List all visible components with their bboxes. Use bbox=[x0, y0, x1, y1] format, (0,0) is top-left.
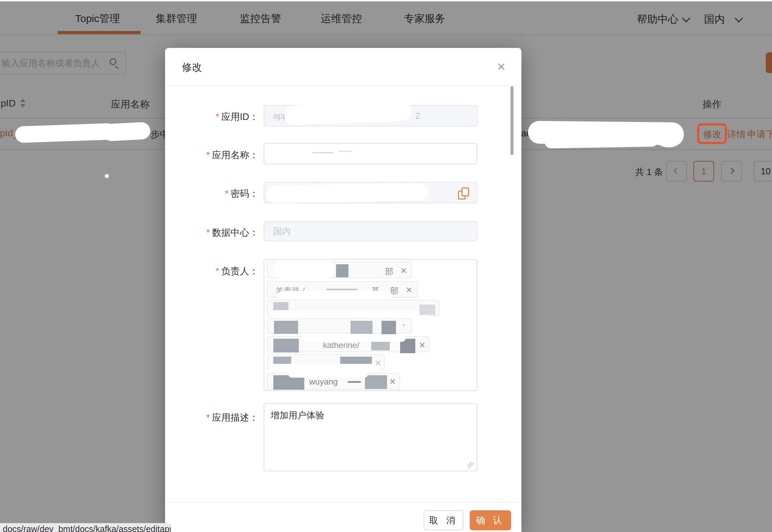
copy-icon[interactable] bbox=[458, 187, 470, 200]
field-label-data-center: *数据中心： bbox=[172, 226, 258, 239]
redaction-scribble bbox=[102, 122, 151, 141]
app-id-input[interactable]: app 2 bbox=[264, 105, 477, 126]
required-star: * bbox=[215, 266, 219, 276]
screen: Topic管理 集群管理 监控告警 运维管控 专家服务 帮助中心 国内 pID … bbox=[0, 0, 772, 532]
required-star: * bbox=[206, 412, 210, 423]
top-white-strip bbox=[0, 0, 772, 1]
field-label-description: *应用描述： bbox=[172, 411, 258, 424]
owner-tag: 部 ✕ bbox=[267, 262, 412, 278]
data-center-input[interactable]: 国内 bbox=[264, 221, 477, 241]
required-star: * bbox=[215, 112, 219, 122]
app-name-input[interactable] bbox=[264, 143, 477, 164]
owner-tag-text: ✕ bbox=[375, 358, 382, 368]
owner-tag: katherine/ ✕ bbox=[267, 336, 430, 352]
redaction-blob bbox=[273, 261, 335, 278]
tag-remove-icon[interactable]: ✕ bbox=[419, 340, 426, 350]
field-label-owner: *负责人： bbox=[172, 265, 258, 277]
data-center-value: 国内 bbox=[273, 225, 291, 237]
redaction-block bbox=[348, 381, 361, 383]
textarea-resize-handle[interactable] bbox=[468, 462, 474, 468]
field-label-app-name: *应用名称： bbox=[172, 149, 258, 161]
redaction-blob bbox=[278, 291, 392, 300]
redaction-scribble bbox=[15, 123, 116, 143]
redaction-block bbox=[326, 289, 357, 290]
edit-app-dialog: 修改 ✕ *应用ID： app 2 *应用名称： *密码： bbox=[165, 48, 521, 532]
field-label-app-id: *应用ID： bbox=[172, 111, 258, 123]
owner-tag-text: wuyang bbox=[309, 377, 338, 387]
redaction-blob bbox=[288, 371, 368, 378]
owner-tag-text: ' bbox=[403, 323, 405, 332]
redaction-block bbox=[274, 321, 298, 334]
dialog-footer-divider bbox=[165, 502, 521, 503]
owner-tag-text: katherine/ bbox=[323, 340, 359, 350]
redaction-blob bbox=[302, 334, 406, 342]
redaction-block bbox=[365, 375, 387, 389]
owner-tag: ' bbox=[267, 318, 412, 334]
redaction-blob bbox=[271, 310, 430, 318]
redaction-block bbox=[336, 264, 348, 277]
required-star: * bbox=[206, 227, 210, 238]
tag-remove-icon[interactable]: ✕ bbox=[400, 266, 407, 276]
redaction-block bbox=[351, 321, 373, 334]
owner-tag: ✕ bbox=[267, 354, 385, 370]
password-input[interactable] bbox=[264, 182, 477, 203]
redaction-scribble bbox=[653, 123, 684, 147]
owner-tag: wuyang ✕ bbox=[267, 373, 400, 389]
redaction-scribble bbox=[545, 133, 659, 149]
owner-tag-text: 部 bbox=[385, 266, 393, 277]
redaction-smudge bbox=[338, 151, 352, 152]
modal-scrollbar-thumb[interactable] bbox=[510, 86, 514, 155]
redaction-blob bbox=[284, 102, 412, 125]
link-preview-statusbar: docs/raw/dev_bmt/docs/kafka/assets/edita… bbox=[0, 523, 171, 532]
edit-link-highlight-annotation bbox=[697, 123, 727, 144]
close-icon[interactable]: ✕ bbox=[497, 60, 506, 73]
owner-multiselect[interactable]: 部 ✕ 羊青珠 ( 基 部 ✕ ····················· bbox=[264, 259, 477, 391]
redaction-block bbox=[419, 305, 435, 315]
white-dot-annotation bbox=[105, 174, 109, 178]
owner-tag: ····················· bbox=[267, 300, 439, 316]
redaction-blob bbox=[266, 183, 429, 203]
app-id-value-right: 2 bbox=[415, 111, 420, 121]
redaction-smudge bbox=[313, 152, 333, 153]
dialog-header-divider bbox=[165, 85, 521, 86]
redaction-block bbox=[273, 339, 299, 352]
confirm-button[interactable]: 确 认 bbox=[470, 510, 511, 530]
dialog-title: 修改 bbox=[182, 61, 202, 74]
redaction-block bbox=[382, 321, 396, 335]
required-star: * bbox=[206, 150, 210, 160]
owner-tag: 羊青珠 ( 基 部 ✕ bbox=[267, 281, 418, 298]
tag-remove-icon[interactable]: ✕ bbox=[389, 377, 396, 387]
field-label-password: *密码： bbox=[172, 187, 258, 200]
required-star: * bbox=[225, 188, 228, 199]
link-preview-text: docs/raw/dev_bmt/docs/kafka/assets/edita… bbox=[3, 524, 171, 532]
cancel-button[interactable]: 取 消 bbox=[424, 510, 464, 530]
description-textarea[interactable]: 增加用户体验 bbox=[264, 403, 477, 471]
tag-remove-icon[interactable]: ✕ bbox=[406, 285, 413, 295]
